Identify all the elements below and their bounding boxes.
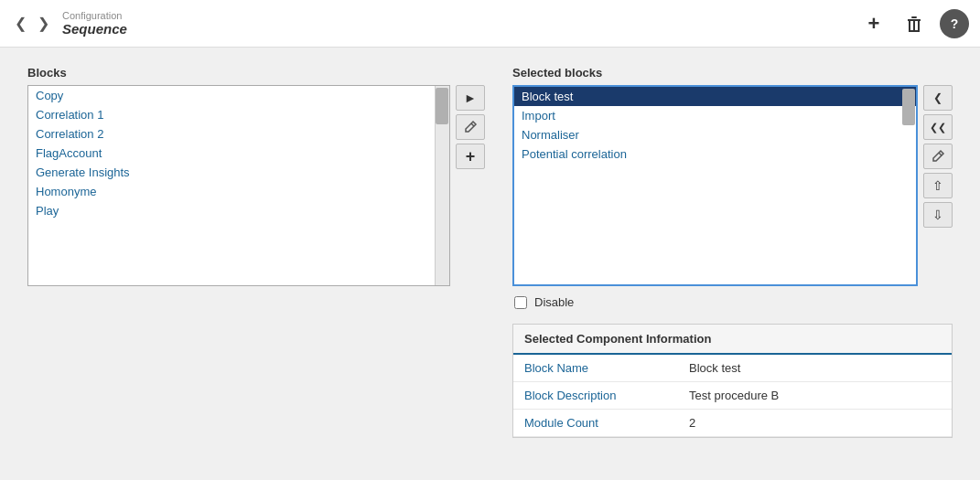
table-cell-value: Block test bbox=[678, 355, 952, 382]
svg-rect-2 bbox=[909, 21, 910, 30]
edit-block-button[interactable] bbox=[456, 114, 485, 140]
top-bar: ❮ ❯ Configuration Sequence + ? bbox=[0, 0, 980, 48]
list-item[interactable]: Normaliser bbox=[514, 125, 916, 144]
list-item[interactable]: Copy bbox=[28, 86, 449, 105]
list-item[interactable]: Generate Insights bbox=[28, 163, 449, 182]
disable-label[interactable]: Disable bbox=[534, 295, 574, 309]
component-info: Selected Component Information Block Nam… bbox=[512, 324, 953, 438]
blocks-scrollbar[interactable] bbox=[435, 86, 449, 285]
nav-forward-button[interactable]: ❯ bbox=[34, 13, 53, 34]
table-row: Block Description Test procedure B bbox=[513, 382, 952, 410]
selected-blocks-title: Selected blocks bbox=[512, 66, 953, 80]
table-cell-label: Module Count bbox=[513, 410, 678, 437]
svg-rect-4 bbox=[918, 21, 920, 30]
top-bar-right: + ? bbox=[859, 9, 969, 38]
table-cell-value: Test procedure B bbox=[678, 382, 952, 410]
move-up-button[interactable]: ⇧ bbox=[923, 173, 953, 198]
blocks-panel: Blocks Copy Correlation 1 Correlation 2 … bbox=[27, 66, 485, 462]
list-item[interactable]: Correlation 1 bbox=[28, 105, 449, 124]
main-content: Blocks Copy Correlation 1 Correlation 2 … bbox=[0, 48, 980, 480]
edit-selected-button[interactable] bbox=[923, 144, 953, 169]
remove-all-button[interactable]: ❮❮ bbox=[923, 114, 953, 140]
delete-button[interactable] bbox=[899, 9, 929, 38]
add-block-button[interactable]: + bbox=[456, 144, 485, 169]
svg-rect-0 bbox=[908, 19, 921, 21]
remove-one-button[interactable]: ❮ bbox=[923, 85, 953, 111]
list-item[interactable]: Import bbox=[514, 106, 916, 125]
help-button[interactable]: ? bbox=[940, 9, 969, 38]
breadcrumb: Configuration Sequence bbox=[62, 10, 127, 37]
right-panel: Selected blocks Block test Import Normal… bbox=[512, 66, 953, 462]
info-table: Block Name Block test Block Description … bbox=[513, 355, 952, 437]
svg-rect-1 bbox=[911, 16, 917, 18]
list-item[interactable]: Potential correlation bbox=[514, 144, 916, 164]
table-row: Module Count 2 bbox=[513, 410, 952, 437]
nav-back-button[interactable]: ❮ bbox=[11, 13, 30, 34]
top-bar-left: ❮ ❯ Configuration Sequence bbox=[11, 10, 127, 37]
list-item[interactable]: Correlation 2 bbox=[28, 124, 449, 144]
selected-blocks-list: Block test Import Normaliser Potential c… bbox=[512, 85, 918, 286]
breadcrumb-parent: Configuration bbox=[62, 10, 127, 21]
order-buttons: ❮ ❮❮ ⇧ ⇩ bbox=[923, 85, 953, 286]
transfer-buttons: ► + bbox=[456, 85, 485, 286]
table-row: Block Name Block test bbox=[513, 355, 952, 382]
list-item[interactable]: FlagAccount bbox=[28, 144, 449, 163]
move-down-button[interactable]: ⇩ bbox=[923, 202, 953, 228]
selected-blocks-area: Block test Import Normaliser Potential c… bbox=[512, 85, 953, 286]
svg-rect-3 bbox=[913, 21, 915, 30]
blocks-area: Copy Correlation 1 Correlation 2 FlagAcc… bbox=[27, 85, 485, 286]
disable-row: Disable bbox=[514, 295, 953, 309]
list-item[interactable]: Homonyme bbox=[28, 182, 449, 201]
component-info-title: Selected Component Information bbox=[513, 325, 952, 355]
svg-rect-5 bbox=[909, 30, 920, 32]
blocks-panel-title: Blocks bbox=[27, 66, 485, 80]
breadcrumb-current: Sequence bbox=[62, 21, 127, 37]
disable-checkbox[interactable] bbox=[514, 296, 527, 309]
table-cell-value: 2 bbox=[678, 410, 952, 437]
move-right-button[interactable]: ► bbox=[456, 85, 485, 111]
table-cell-label: Block Description bbox=[513, 382, 678, 410]
list-item[interactable]: Block test bbox=[514, 87, 916, 106]
blocks-list: Copy Correlation 1 Correlation 2 FlagAcc… bbox=[27, 85, 450, 286]
list-item[interactable]: Play bbox=[28, 201, 449, 220]
add-button[interactable]: + bbox=[859, 9, 888, 38]
table-cell-label: Block Name bbox=[513, 355, 678, 382]
